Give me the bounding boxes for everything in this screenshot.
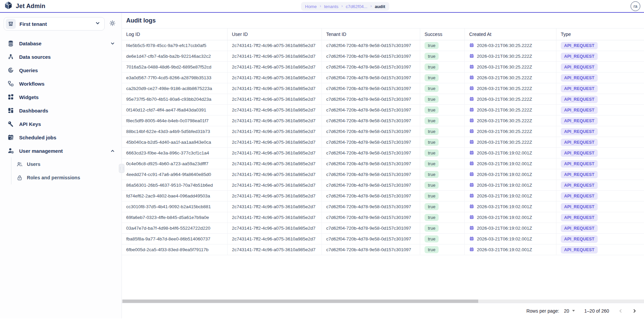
- table-row[interactable]: 0c4e06c8-d925-4b60-a723-aa59a23dfff7 2c7…: [122, 158, 644, 169]
- calendar-icon: [469, 129, 474, 135]
- cell-log-id: 69fa6eb7-0323-4ffe-b845-d5a61e7b9a0e: [122, 212, 228, 223]
- table-row[interactable]: 45b040ca-b2d5-4d40-aa1f-aa1aa943e0ca 2c7…: [122, 137, 644, 148]
- type-badge: API_REQUEST: [561, 85, 598, 92]
- horizontal-scrollbar-thumb[interactable]: [122, 300, 478, 303]
- cell-user-id: 2c743141-7ff2-4c96-a075-3610a985e2d7: [228, 158, 322, 169]
- created-at-value: 2026-03-21T06:30:25.222Z: [477, 107, 532, 112]
- paginator: Rows per page: 20 1–20 of 260: [122, 303, 644, 318]
- sidebar-item-scheduled-jobs[interactable]: Scheduled jobs: [7, 131, 115, 144]
- cell-created-at: 2026-03-21T06:30:25.222Z: [465, 137, 556, 147]
- cell-user-id: 2c743141-7ff2-4c96-a075-3610a985e2d7: [228, 116, 322, 126]
- user-avatar[interactable]: ra: [631, 1, 640, 11]
- table-row[interactable]: 95e737f5-6b70-4b51-80a6-c93bb204d23a 2c7…: [122, 94, 644, 105]
- breadcrumb-tenants-link[interactable]: tenants: [324, 4, 339, 9]
- sidebar-item-label: Data sources: [19, 54, 115, 60]
- previous-page-button[interactable]: [618, 309, 623, 313]
- table-row[interactable]: 6fbe005d-2ca5-4f33-83ed-89ea5f79117b 2c7…: [122, 244, 644, 255]
- cell-created-at: 2026-03-21T06:19:02.001Z: [465, 223, 556, 233]
- cell-tenant-id: c7d62f04-720b-4d78-9e58-0d157c301097: [322, 126, 420, 137]
- table-row[interactable]: 6663cd23-f0be-4e3a-896c-377c3cf1c1a4 2c7…: [122, 148, 644, 158]
- sidebar-item-widgets[interactable]: Widgets: [7, 90, 115, 104]
- cell-success: true: [420, 180, 465, 190]
- sidebar-item-users[interactable]: Users: [16, 157, 115, 171]
- success-badge: true: [425, 214, 439, 221]
- breadcrumb-home-link[interactable]: Home: [305, 4, 317, 9]
- cell-success: true: [420, 191, 465, 201]
- calendar-icon: [469, 64, 474, 70]
- chevron-down-icon: [110, 41, 115, 46]
- rows-per-page-select[interactable]: 20: [564, 308, 575, 314]
- calendar-icon: [469, 161, 474, 167]
- cell-type: API_REQUEST: [556, 169, 644, 180]
- cell-success: true: [420, 148, 465, 158]
- table-row[interactable]: cc3010f8-37d5-4b41-9092-b2a415bcb881 2c7…: [122, 201, 644, 212]
- cell-success: true: [420, 116, 465, 126]
- database-icon: [7, 40, 14, 47]
- cell-tenant-id: c7d62f04-720b-4d78-9e58-0d157c301097: [322, 73, 420, 83]
- table-row[interactable]: f8ec5df9-8005-464e-b4eb-0c0798ea01f7 2c7…: [122, 116, 644, 126]
- tenant-settings-button[interactable]: [107, 19, 117, 29]
- dashboards-icon: [7, 107, 14, 114]
- table-row[interactable]: fd74ef62-2ac9-4802-bae4-096add49503a 2c7…: [122, 191, 644, 201]
- cell-success: true: [420, 105, 465, 115]
- sidebar-item-api-keys[interactable]: API Keys: [7, 117, 115, 131]
- user-gear-icon: [7, 147, 14, 154]
- table-row[interactable]: 86a56301-26b5-4637-9510-70a74b51b6ed 2c7…: [122, 180, 644, 191]
- sidebar-item-dashboards[interactable]: Dashboards: [7, 104, 115, 117]
- sidebar-item-roles-and-permissions[interactable]: Roles and permissions: [16, 171, 115, 184]
- brand-logo[interactable]: Jet Admin: [0, 1, 45, 11]
- type-badge: API_REQUEST: [561, 246, 598, 254]
- cell-log-id: 88bc14bf-622e-43d3-a4b9-5d5bfed31b73: [122, 126, 228, 137]
- cell-success: true: [420, 73, 465, 83]
- cell-user-id: 2c743141-7ff2-4c96-a075-3610a985e2d7: [228, 105, 322, 115]
- sidebar-item-data-sources[interactable]: Data sources: [7, 50, 115, 63]
- key-icon: [7, 121, 14, 127]
- sidebar-item-label: Workflows: [19, 81, 115, 87]
- cell-created-at: 2026-03-21T06:19:02.001Z: [465, 234, 556, 244]
- type-badge: API_REQUEST: [561, 235, 598, 243]
- cell-tenant-id: c7d62f04-720b-4d78-9e58-0d157c301097: [322, 116, 420, 126]
- sidebar-item-label: Queries: [19, 67, 115, 73]
- cell-type: API_REQUEST: [556, 40, 644, 51]
- drag-handle[interactable]: ⋮⋮: [119, 164, 125, 173]
- main-content: ⋮⋮ Audit logs Log ID User ID Tenant ID S…: [122, 13, 644, 318]
- cell-type: API_REQUEST: [556, 223, 644, 233]
- cell-type: API_REQUEST: [556, 180, 644, 190]
- table-row[interactable]: ca2b20d9-ce27-498e-9186-ac8b8675223a 2c7…: [122, 83, 644, 94]
- table-row[interactable]: 69fa6eb7-0323-4ffe-b845-d5a61e7b9a0e 2c7…: [122, 212, 644, 223]
- sidebar-item-queries[interactable]: Queries: [7, 63, 115, 77]
- column-header-tenant-id: Tenant ID: [322, 29, 420, 40]
- cell-tenant-id: c7d62f04-720b-4d78-9e58-0d157c301097: [322, 40, 420, 51]
- table-row[interactable]: 0f140d12-cfd7-4ff4-ae47-f6a843da0391 2c7…: [122, 105, 644, 116]
- table-row[interactable]: f4e5b5c5-f078-45cc-9a79-efc17ccb0af5 2c7…: [122, 40, 644, 51]
- success-badge: true: [425, 74, 439, 81]
- workflows-icon: [7, 80, 14, 87]
- created-at-value: 2026-03-21T06:19:02.001Z: [477, 236, 532, 241]
- table-row[interactable]: 4eedd274-cc91-47a6-a964-9fa8640e85d0 2c7…: [122, 169, 644, 180]
- breadcrumb-tenant-id-link[interactable]: c7d62f04...: [346, 4, 367, 9]
- next-page-button[interactable]: [633, 309, 637, 313]
- cell-log-id: 0f140d12-cfd7-4ff4-ae47-f6a843da0391: [122, 105, 228, 115]
- sidebar-item-label: Dashboards: [19, 108, 115, 113]
- table-row[interactable]: 03a47e7d-ba7f-4d98-b4f6-55224722d220 2c7…: [122, 223, 644, 234]
- cell-user-id: 2c743141-7ff2-4c96-a075-3610a985e2d7: [228, 244, 322, 255]
- cell-type: API_REQUEST: [556, 116, 644, 126]
- table-row[interactable]: e3a0d567-77f0-4cd5-8266-a28798b35133 2c7…: [122, 73, 644, 83]
- tenant-selector[interactable]: First tenant: [4, 17, 105, 31]
- table-row[interactable]: 7016a52a-0488-48d6-9bd2-6895e87f52cd 2c7…: [122, 62, 644, 73]
- horizontal-scrollbar[interactable]: [122, 300, 644, 303]
- table-row[interactable]: 88bc14bf-622e-43d3-a4b9-5d5bfed31b73 2c7…: [122, 126, 644, 137]
- success-badge: true: [425, 42, 439, 49]
- sidebar-item-database[interactable]: Database: [7, 37, 115, 50]
- table-row[interactable]: fba85f8a-9a77-4b7d-8ee0-86b514060737 2c7…: [122, 234, 644, 244]
- chevron-right-icon: ›: [370, 4, 372, 8]
- sidebar-item-user-management[interactable]: User management: [7, 144, 115, 157]
- cell-success: true: [420, 83, 465, 94]
- cell-user-id: 2c743141-7ff2-4c96-a075-3610a985e2d7: [228, 223, 322, 233]
- type-badge: API_REQUEST: [561, 128, 598, 135]
- cell-created-at: 2026-03-21T06:30:25.222Z: [465, 83, 556, 94]
- table-row[interactable]: de6e1d47-cfb7-4a5b-ba2b-922146ac32c2 2c7…: [122, 51, 644, 62]
- sidebar-item-workflows[interactable]: Workflows: [7, 77, 115, 90]
- lock-icon: [16, 175, 23, 181]
- cell-user-id: 2c743141-7ff2-4c96-a075-3610a985e2d7: [228, 83, 322, 94]
